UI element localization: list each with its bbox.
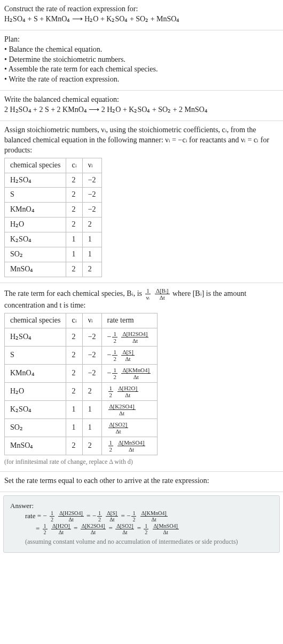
cell: SO₂ [5,247,66,262]
denominator: 2 [97,517,102,522]
numerator: Δ[S] [121,349,134,356]
table-row: K₂SO₄11 [5,232,102,247]
table-row: H₂SO₄2−2−12 Δ[H2SO4]Δt [5,328,158,346]
table-row: MnSO₄2212 Δ[MnSO4]Δt [5,437,158,455]
numerator: 1 [112,367,117,374]
cell: −2 [82,328,101,346]
tail: = [107,524,114,532]
delta-fraction: Δ[MnSO4]Δt [117,439,146,453]
coef-fraction: 12 [112,349,117,362]
denominator: Δt [121,337,148,344]
cell: 2 [66,346,82,364]
cell-rate-term: −12 Δ[KMnO4]Δt [101,364,158,382]
cell: 1 [66,232,82,247]
denominator: Δt [117,392,138,398]
cell: 2 [66,262,82,277]
denominator: 2 [108,446,113,453]
tail: = [72,524,80,532]
cell: H₂SO₄ [5,328,66,346]
tail: = [135,524,143,532]
cell: 1 [66,247,82,262]
answer-heading: Answer: [10,501,273,511]
plan-section: Plan: • Balance the chemical equation. •… [0,30,283,91]
table-row: MnSO₄22 [5,262,102,277]
denominator: Δt [155,294,170,301]
numerator: 1 [50,510,54,517]
numerator: Δ[SO2] [115,523,134,529]
stoich-section: Assign stoichiometric numbers, νᵢ, using… [0,121,283,283]
answer-note: (assuming constant volume and no accumul… [10,537,273,546]
minus-sign: − [107,350,112,358]
cell: SO₂ [5,418,66,437]
cell: KMnO₄ [5,364,66,382]
cell: H₂SO₄ [5,173,66,188]
cell: −2 [82,173,101,188]
denominator: Δt [121,356,134,362]
numerator: 1 [144,523,148,529]
cell: K₂SO₄ [5,400,66,418]
table-row: H₂O22 [5,218,102,232]
cell: 2 [66,328,82,346]
denominator: Δt [58,517,84,522]
numerator: 1 [112,349,117,356]
cell: MnSO₄ [5,262,66,277]
cell: S [5,346,66,364]
numerator: 1 [108,439,113,446]
coef-fraction: 12 [112,331,117,344]
delta-fraction: Δ[H2O]Δt [51,523,71,535]
cell: H₂O [5,218,66,232]
balanced-equation-section: Write the balanced chemical equation: 2 … [0,91,283,121]
numerator: 1 [131,510,136,517]
cell: KMnO₄ [5,203,66,218]
denominator: 2 [112,374,117,380]
delta-fraction: Δ[S]Δt [121,349,134,362]
coef-fraction: 12 [144,523,148,535]
rate-term-intro-text: The rate term for each chemical species,… [4,289,144,297]
answer-box: Answer: rate = − 12 Δ[H2SO4]Δt = −12 Δ[S… [3,495,280,553]
table-row: SO₂11 [5,247,102,262]
delta-fraction: Δ[K2SO4]Δt [81,523,106,535]
denominator: 2 [43,529,48,535]
delta-fraction: Δ[KMnO4]Δt [140,510,168,522]
stoich-intro: Assign stoichiometric numbers, νᵢ, using… [4,125,279,156]
cell: 2 [66,364,82,382]
coef-fraction: 12 [131,510,136,522]
delta-fraction: Δ[SO2]Δt [115,523,134,535]
problem-line1: Construct the rate of reaction expressio… [4,4,279,14]
denominator: Δt [108,428,129,434]
answer-line1: rate = − 12 Δ[H2SO4]Δt = −12 Δ[S]Δt = −1… [10,510,273,522]
cell: H₂O [5,382,66,400]
fraction: 1 νᵢ [145,287,151,301]
denominator: Δt [81,529,106,535]
delta-fraction: Δ[H2SO4]Δt [121,331,148,344]
denominator: νᵢ [145,294,151,301]
minus-sign: − [107,332,112,340]
stoich-table: chemical species cᵢ νᵢ H₂SO₄2−2 S2−2 KMn… [4,158,102,277]
denominator: Δt [140,517,168,522]
cell-rate-term: −12 Δ[S]Δt [101,346,158,364]
numerator: Δ[K2SO4] [108,403,136,410]
infinitesimal-note: (for infinitesimal rate of change, repla… [4,457,279,466]
numerator: Δ[H2SO4] [58,510,84,517]
coef-fraction: 12 [108,439,113,453]
numerator: Δ[SO2] [108,421,129,428]
numerator: Δ[H2O] [117,385,138,392]
cell-rate-term: 12 Δ[MnSO4]Δt [101,437,158,455]
cell: −2 [82,203,101,218]
cell-rate-term: 12 Δ[H2O]Δt [101,382,158,400]
numerator: Δ[K2SO4] [81,523,106,529]
table-row: K₂SO₄11Δ[K2SO4]Δt [5,400,158,418]
problem-statement: Construct the rate of reaction expressio… [0,0,283,30]
table-row: SO₂11Δ[SO2]Δt [5,418,158,437]
set-equal-section: Set the rate terms equal to each other t… [0,472,283,492]
numerator: 1 [145,287,151,294]
cell: 2 [66,188,82,203]
table-row: H₂O2212 Δ[H2O]Δt [5,382,158,400]
table-row: KMnO₄2−2 [5,203,102,218]
rate-prefix: rate = − [25,512,47,520]
cell-rate-term: Δ[K2SO4]Δt [101,400,158,418]
denominator: Δt [51,529,71,535]
cell: 2 [66,437,82,455]
cell: 1 [66,418,82,437]
plan-item: • Assemble the rate term for each chemic… [4,65,279,75]
